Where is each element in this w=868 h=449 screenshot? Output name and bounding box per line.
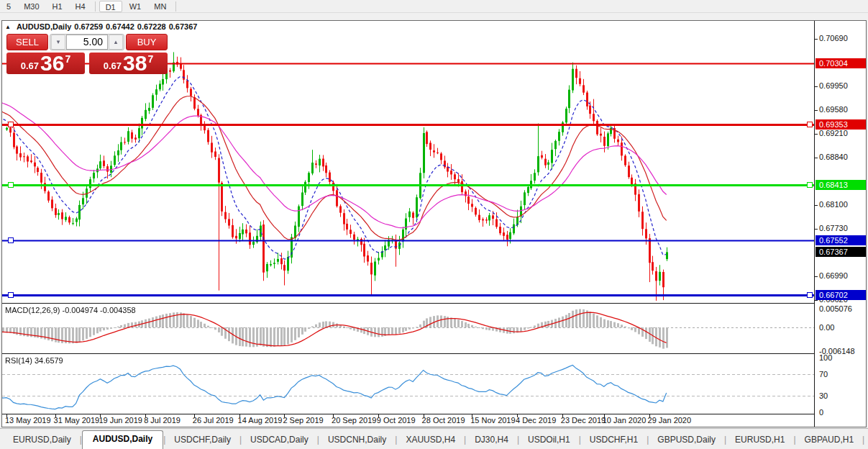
price-tick-mark [814, 39, 818, 40]
price-tick-label: 0.68100 [819, 200, 848, 209]
date-tick-label: 29 Jan 2020 [648, 416, 692, 425]
tab-gbpusd-daily[interactable]: GBPUSD,Daily [649, 432, 724, 449]
tab-usdoil-h1[interactable]: USDOil,H1 [519, 432, 579, 449]
price-tick-mark [814, 86, 818, 87]
tab-audusd-daily[interactable]: AUDUSD,Daily [82, 430, 163, 449]
rsi-axis-label: 70 [819, 370, 828, 378]
timeframe-button-w1[interactable]: W1 [124, 1, 147, 12]
timeframe-button-mn[interactable]: MN [148, 1, 172, 12]
price-tick-label: 0.69580 [819, 105, 848, 114]
collapse-panel-icon[interactable]: ▲ [5, 24, 11, 30]
date-tick-label: 10 Jan 2020 [603, 416, 647, 425]
price-tick-mark [814, 229, 818, 230]
chart-symbol: AUDUSD,Daily [17, 22, 71, 31]
price-tick-label: 0.69210 [819, 129, 848, 137]
toolbar-separator [175, 1, 176, 12]
ohlc-high: 0.67442 [106, 22, 134, 31]
date-tick-label: 2 Sep 2019 [283, 416, 323, 425]
price-tick-mark [814, 205, 818, 206]
date-tick-label: 14 Aug 2019 [238, 416, 283, 425]
price-tick-label: 0.69950 [819, 81, 848, 90]
macd-value-signal: -0.004358 [100, 306, 136, 314]
price-axis-border [814, 21, 815, 427]
date-tick-label: 15 Nov 2019 [470, 416, 515, 425]
hline-price-label[interactable]: 0.68413 [816, 180, 866, 190]
ohlc-close: 0.67367 [169, 22, 198, 31]
chart-window: ▲AUDUSD,Daily0.672590.674420.672280.6736… [1, 20, 867, 427]
macd-axis-label: 0.005076 [819, 304, 852, 313]
price-tick-mark [814, 300, 818, 301]
price-tick-label: 0.68840 [819, 153, 848, 161]
price-tick-label: 0.70690 [819, 34, 848, 42]
rsi-axis-label: 30 [819, 391, 828, 400]
price-tick-mark [814, 134, 818, 135]
date-tick-label: 9 Oct 2019 [377, 416, 416, 425]
tab-xauusd-h4[interactable]: XAUUSD,H4 [397, 432, 464, 449]
tab-usdcad-daily[interactable]: USDCAD,Daily [242, 432, 317, 449]
ohlc-open: 0.67259 [74, 22, 103, 31]
tab-usdchf-daily[interactable]: USDCHF,Daily [165, 432, 239, 449]
rsi-axis-label: 0 [819, 408, 823, 417]
sell-price-main: 36 [40, 53, 64, 73]
tab-eurusd-h1[interactable]: EURUSD,H1 [726, 432, 793, 449]
tab-usd[interactable]: USD [864, 432, 868, 449]
hline-price-label[interactable]: 0.70304 [816, 58, 866, 68]
price-tick-label: 0.66990 [819, 271, 848, 280]
macd-value-main: -0.004974 [62, 306, 98, 314]
tab-gbpaud-h1[interactable]: GBPAUD,H1 [796, 432, 862, 449]
date-tick-label: 4 Dec 2019 [516, 416, 556, 425]
buy-price-main: 38 [123, 53, 147, 73]
hline-price-label[interactable]: 0.67552 [816, 235, 866, 245]
date-tick-label: 31 May 2019 [54, 416, 100, 425]
price-tick-mark [814, 276, 818, 277]
one-click-trading-panel: SELL ▾ 5.00 ▴ BUY 0.67 36 7 0.67 38 7 [6, 34, 168, 74]
date-axis: 13 May 201931 May 201919 Jun 20198 Jul 2… [2, 414, 814, 427]
price-tick-mark [814, 158, 818, 158]
sell-button[interactable]: SELL [6, 34, 48, 50]
date-tick-label: 28 Oct 2019 [422, 416, 465, 425]
price-tick-label: 0.67730 [819, 224, 848, 232]
timeframe-button-h1[interactable]: H1 [47, 1, 68, 12]
hline-price-label[interactable]: 0.69353 [816, 119, 866, 130]
ohlc-low: 0.67228 [137, 22, 166, 31]
buy-price-prefix: 0.67 [104, 60, 122, 71]
date-tick-label: 8 Jul 2019 [144, 416, 181, 425]
chart-tab-bar: EURUSD,Daily|AUDUSD,Daily|USDCHF,Daily|U… [0, 428, 868, 449]
price-tick-mark [814, 110, 818, 111]
rsi-label: RSI(14) 34.6579 [5, 356, 63, 365]
buy-button[interactable]: BUY [126, 34, 168, 50]
date-tick-label: 26 Jul 2019 [193, 416, 234, 425]
date-tick-label: 19 Jun 2019 [99, 416, 142, 425]
volume-stepper: ▾ 5.00 ▴ [50, 34, 124, 50]
sell-quote[interactable]: 0.67 36 7 [6, 53, 85, 74]
buy-price-pip: 7 [147, 53, 153, 65]
current-price-label: 0.67367 [816, 247, 866, 257]
hline-price-label[interactable]: 0.66702 [816, 290, 866, 300]
date-tick-label: 23 Dec 2019 [561, 416, 606, 425]
tab-usdchf-h1[interactable]: USDCHF,H1 [581, 432, 647, 449]
volume-decrease-button[interactable]: ▾ [51, 35, 65, 50]
tab-eurusd-daily[interactable]: EURUSD,Daily [4, 432, 80, 449]
timeframe-button-m30[interactable]: M30 [18, 1, 45, 12]
timeframe-toolbar: 5M30H1H4D1W1MN [0, 0, 868, 13]
rsi-axis-label: 100 [819, 353, 832, 362]
volume-input[interactable]: 5.00 [66, 35, 108, 50]
chart-title: ▲AUDUSD,Daily0.672590.674420.672280.6736… [5, 22, 200, 33]
timeframe-button-h4[interactable]: H4 [70, 1, 91, 12]
timeframe-button-5[interactable]: 5 [1, 1, 17, 12]
rsi-panel-canvas[interactable] [2, 355, 814, 414]
volume-increase-button[interactable]: ▴ [109, 35, 123, 50]
buy-quote[interactable]: 0.67 38 7 [89, 53, 168, 74]
timeframe-button-d1[interactable]: D1 [99, 1, 122, 12]
toolbar-separator [95, 1, 96, 12]
tab-dj30-h4[interactable]: DJ30,H4 [466, 432, 517, 449]
tab-usdcnh-daily[interactable]: USDCNH,Daily [319, 432, 395, 449]
date-tick-label: 20 Sep 2019 [332, 416, 376, 425]
rsi-value: 34.6579 [35, 356, 63, 365]
sell-price-prefix: 0.67 [21, 60, 39, 71]
date-tick-label: 13 May 2019 [5, 416, 51, 425]
macd-label: MACD(12,26,9) -0.004974 -0.004358 [5, 306, 136, 314]
macd-axis-label: 0.00 [819, 323, 834, 332]
sell-price-pip: 7 [65, 53, 70, 65]
